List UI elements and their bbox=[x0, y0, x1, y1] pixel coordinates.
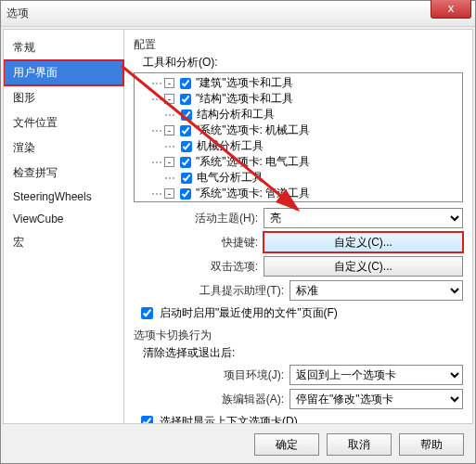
tree-row[interactable]: ⋯电气分析工具 bbox=[138, 170, 458, 186]
shortcut-label: 快捷键: bbox=[134, 235, 264, 251]
sidebar-item[interactable]: 检查拼写 bbox=[4, 161, 123, 186]
sidebar-item[interactable]: SteeringWheels bbox=[4, 186, 123, 208]
cancel-button[interactable]: 取消 bbox=[327, 433, 392, 456]
after-clear-label: 清除选择或退出后: bbox=[143, 345, 463, 361]
project-env-label: 项目环境(J): bbox=[134, 367, 289, 383]
startup-recent-label: 启动时启用"最近使用的文件"页面(F) bbox=[160, 305, 338, 321]
category-sidebar: 常规用户界面图形文件位置渲染检查拼写SteeringWheelsViewCube… bbox=[4, 30, 124, 423]
expand-toggle[interactable]: - bbox=[164, 188, 174, 199]
tree-label: 结构分析和工具 bbox=[197, 107, 275, 122]
tooltip-select[interactable]: 标准 bbox=[289, 280, 463, 301]
dblclick-label: 双击选项: bbox=[134, 259, 264, 275]
dialog-footer: 确定 取消 帮助 bbox=[1, 426, 475, 463]
expand-toggle[interactable]: - bbox=[164, 94, 174, 104]
tree-checkbox[interactable] bbox=[180, 157, 191, 168]
tree-label: "建筑"选项卡和工具 bbox=[196, 75, 293, 91]
sidebar-item[interactable]: 宏 bbox=[4, 230, 123, 255]
tree-row[interactable]: ⋯-"建筑"选项卡和工具 bbox=[138, 75, 458, 91]
tree-label: 电气分析工具 bbox=[197, 170, 264, 186]
tree-checkbox[interactable] bbox=[180, 125, 191, 136]
title-bar[interactable]: 选项 x bbox=[1, 1, 475, 27]
expand-toggle[interactable]: - bbox=[164, 78, 174, 88]
help-button[interactable]: 帮助 bbox=[399, 433, 464, 456]
tree-label: 管道分析工具 bbox=[197, 201, 264, 202]
sidebar-item[interactable]: 图形 bbox=[4, 85, 123, 110]
active-theme-label: 活动主题(H): bbox=[134, 211, 264, 226]
tree-row[interactable]: ⋯机械分析工具 bbox=[138, 138, 458, 154]
tools-label: 工具和分析(O): bbox=[143, 55, 463, 71]
context-tab-checkbox[interactable] bbox=[141, 416, 153, 423]
tooltip-label: 工具提示助理(T): bbox=[134, 283, 289, 299]
project-env-select[interactable]: 返回到上一个选项卡 bbox=[289, 365, 463, 385]
tree-row[interactable]: ⋯-"系统"选项卡: 电气工具 bbox=[138, 154, 458, 170]
options-dialog: 选项 x 常规用户界面图形文件位置渲染检查拼写SteeringWheelsVie… bbox=[0, 0, 476, 464]
tree-checkbox[interactable] bbox=[181, 173, 192, 184]
tree-checkbox[interactable] bbox=[180, 94, 191, 105]
tree-row[interactable]: ⋯-"系统"选项卡: 机械工具 bbox=[138, 122, 458, 138]
tree-label: "系统"选项卡: 机械工具 bbox=[196, 122, 310, 138]
expand-toggle[interactable]: - bbox=[164, 157, 174, 167]
tree-row[interactable]: ⋯-"系统"选项卡: 管道工具 bbox=[138, 186, 458, 201]
family-editor-label: 族编辑器(A): bbox=[134, 392, 289, 407]
sidebar-item[interactable]: 常规 bbox=[4, 35, 123, 60]
family-editor-select[interactable]: 停留在"修改"选项卡 bbox=[289, 389, 463, 409]
active-theme-select[interactable]: 亮 bbox=[264, 208, 463, 228]
sidebar-item[interactable]: ViewCube bbox=[4, 208, 123, 230]
context-tab-label: 选择时显示上下文选项卡(D) bbox=[160, 414, 298, 423]
tree-label: "系统"选项卡: 管道工具 bbox=[196, 186, 310, 201]
dialog-body: 常规用户界面图形文件位置渲染检查拼写SteeringWheelsViewCube… bbox=[3, 29, 473, 424]
tree-checkbox[interactable] bbox=[181, 110, 192, 121]
tree-checkbox[interactable] bbox=[180, 188, 191, 200]
tabswitch-group-label: 选项卡切换行为 bbox=[134, 328, 463, 343]
tree-row[interactable]: ⋯结构分析和工具 bbox=[138, 107, 458, 122]
tools-tree[interactable]: ⋯-"建筑"选项卡和工具⋯-"结构"选项卡和工具⋯结构分析和工具⋯-"系统"选项… bbox=[134, 72, 463, 202]
tree-row[interactable]: ⋯-"结构"选项卡和工具 bbox=[138, 91, 458, 107]
window-title: 选项 bbox=[6, 6, 29, 21]
sidebar-item[interactable]: 文件位置 bbox=[4, 110, 123, 135]
shortcut-customize-button[interactable]: 自定义(C)... bbox=[264, 232, 463, 252]
config-group-label: 配置 bbox=[134, 37, 463, 53]
tree-label: 机械分析工具 bbox=[197, 138, 264, 154]
startup-recent-checkbox[interactable] bbox=[141, 307, 153, 319]
close-button[interactable]: x bbox=[431, 0, 471, 19]
tree-label: "结构"选项卡和工具 bbox=[196, 91, 293, 107]
tree-row[interactable]: ⋯管道分析工具 bbox=[138, 201, 458, 202]
tree-checkbox[interactable] bbox=[180, 78, 191, 89]
ok-button[interactable]: 确定 bbox=[254, 433, 319, 456]
tree-label: "系统"选项卡: 电气工具 bbox=[196, 154, 310, 170]
sidebar-item[interactable]: 渲染 bbox=[4, 135, 123, 161]
expand-toggle[interactable]: - bbox=[164, 125, 174, 135]
tree-checkbox[interactable] bbox=[181, 141, 192, 152]
content-panel: 配置 工具和分析(O): ⋯-"建筑"选项卡和工具⋯-"结构"选项卡和工具⋯结构… bbox=[124, 30, 472, 423]
sidebar-item[interactable]: 用户界面 bbox=[4, 60, 123, 85]
dblclick-customize-button[interactable]: 自定义(C)... bbox=[264, 256, 463, 277]
